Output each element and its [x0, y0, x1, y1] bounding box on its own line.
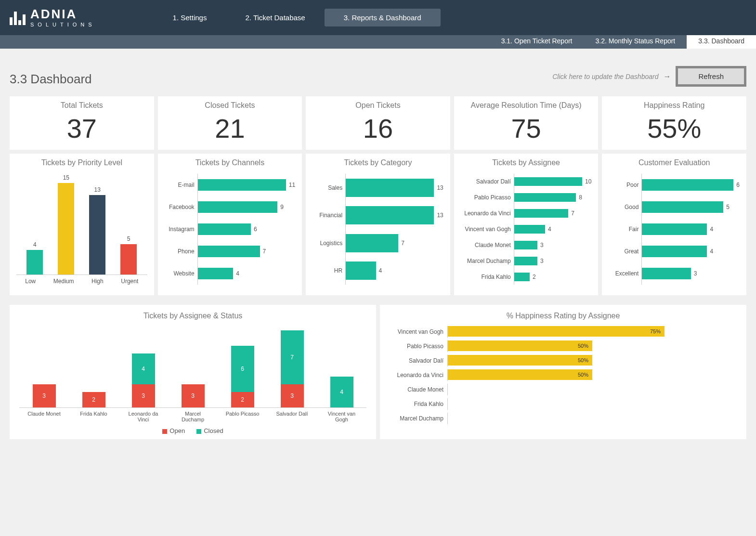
bar-value: 9	[280, 204, 284, 210]
bar-value: 13	[94, 186, 101, 193]
bar-value: 5	[726, 204, 730, 210]
axis-label: Excellent	[609, 270, 641, 277]
bar	[120, 244, 137, 275]
bar-value: 13	[437, 212, 443, 219]
chart-assignee: Tickets by Assignee Salvador Dalí10Pablo…	[454, 154, 599, 295]
nav-settings[interactable]: 1. Settings	[154, 9, 226, 26]
nav-ticket-database[interactable]: 2. Ticket Database	[226, 9, 324, 26]
sub-nav: 3.1. Open Ticket Report 3.2. Monthly Sta…	[490, 35, 756, 49]
axis-label: Salvador Dalí	[461, 178, 514, 185]
axis-label: Medium	[53, 278, 74, 285]
legend-closed: Closed	[196, 427, 223, 434]
bar-segment: 3	[33, 384, 56, 407]
axis-label: Salvador Dalí	[274, 411, 310, 422]
kpi-value: 37	[10, 113, 154, 150]
axis-label: Vincent van Gogh	[461, 226, 514, 233]
bar	[642, 201, 723, 213]
bar	[642, 179, 733, 191]
axis-label: Fair	[609, 226, 641, 233]
bar-value: 13	[437, 184, 443, 191]
axis-label: HR	[313, 267, 345, 274]
bar-value: 4	[548, 226, 551, 233]
bar-segment: 4	[330, 377, 353, 407]
axis-label: Great	[609, 248, 641, 255]
axis-label: Marcel Duchamp	[390, 415, 447, 422]
logo: ADNIA SOLUTIONS	[10, 8, 96, 27]
bar	[198, 223, 251, 235]
bar	[346, 206, 434, 224]
chart-title: Tickets by Assignee & Status	[19, 310, 366, 326]
axis-label: E-mail	[165, 182, 197, 188]
bar-value: 4	[379, 267, 382, 274]
refresh-button[interactable]: Refresh	[676, 66, 746, 87]
axis-label: Logistics	[313, 240, 345, 247]
page-title: 3.3 Dashboard	[10, 72, 92, 87]
axis-label: Frida Kahlo	[390, 401, 447, 407]
axis-label: Facebook	[165, 204, 197, 210]
axis-label: Urgent	[121, 278, 138, 285]
chart-title: Tickets by Assignee	[454, 154, 599, 170]
bar-value: 11	[289, 182, 295, 188]
bar-value: 8	[579, 194, 582, 201]
bar-segment: 4	[132, 353, 155, 384]
main-nav: 1. Settings 2. Ticket Database 3. Report…	[154, 9, 441, 26]
axis-label: Pablo Picasso	[461, 194, 514, 201]
axis-label: Financial	[313, 212, 345, 219]
bar-segment: 3	[132, 384, 155, 407]
bar	[642, 246, 707, 257]
bar-value: 6	[736, 182, 740, 188]
kpi-value: 16	[306, 113, 450, 150]
bar	[58, 183, 74, 275]
bar	[514, 193, 576, 202]
bar-value: 4	[710, 248, 713, 255]
wide-row: Tickets by Assignee & Status 3234326374C…	[0, 305, 756, 449]
dashboard-grid: Total Tickets37 Closed Tickets21 Open Ti…	[0, 87, 756, 305]
nav-reports-dashboard[interactable]: 3. Reports & Dashboard	[325, 9, 441, 26]
kpi-total-tickets: Total Tickets37	[10, 96, 154, 150]
axis-label: Frida Kahlo	[461, 274, 514, 280]
bar-segment: 2	[231, 392, 254, 407]
subnav-dashboard[interactable]: 3.3. Dashboard	[687, 35, 756, 49]
bar-segment: 3	[182, 384, 205, 407]
chart-title: Tickets by Channels	[158, 154, 302, 170]
subnav-open-ticket[interactable]: 3.1. Open Ticket Report	[490, 35, 584, 49]
chart-title: Tickets by Priority Level	[10, 154, 154, 170]
chart-title: % Happiness Rating by Assignee	[390, 310, 737, 326]
axis-label: Vincent van Gogh	[390, 328, 447, 335]
bar: 50%	[448, 355, 592, 366]
legend-open: Open	[162, 427, 185, 434]
bar-segment: 3	[281, 384, 304, 407]
axis-label: High	[91, 278, 104, 285]
axis-label: Low	[25, 278, 36, 285]
kpi-value: 21	[158, 113, 302, 150]
bar	[514, 241, 537, 249]
kpi-happiness: Happiness Rating55%	[602, 96, 746, 150]
kpi-label: Happiness Rating	[602, 96, 746, 113]
axis-label: Instagram	[165, 226, 197, 233]
axis-label: Pablo Picasso	[225, 411, 261, 422]
bar: 50%	[448, 340, 592, 351]
bar-value: 4	[710, 226, 713, 233]
bar-value: 5	[127, 235, 130, 242]
chart-title: Tickets by Category	[306, 154, 450, 170]
bar-value: 6	[254, 226, 257, 233]
axis-label: Marcel Duchamp	[461, 258, 514, 264]
logo-icon	[10, 11, 26, 25]
bar	[198, 268, 234, 279]
axis-label: Pablo Picasso	[390, 343, 447, 350]
axis-label: Phone	[165, 248, 197, 255]
bar: 50%	[448, 369, 592, 380]
bar	[514, 273, 530, 281]
axis-label: Poor	[609, 182, 641, 188]
axis-label: Claude Monet	[390, 386, 447, 393]
bar	[89, 195, 105, 275]
axis-label: Claude Monet	[26, 411, 62, 422]
bar	[346, 179, 434, 197]
bar	[346, 234, 398, 252]
axis-label: Sales	[313, 184, 345, 191]
axis-label: Leonardo da Vinci	[390, 372, 447, 379]
bar	[642, 223, 707, 235]
bar-value: 7	[401, 240, 404, 247]
bar	[198, 179, 286, 191]
subnav-monthly-status[interactable]: 3.2. Monthly Status Report	[584, 35, 687, 49]
